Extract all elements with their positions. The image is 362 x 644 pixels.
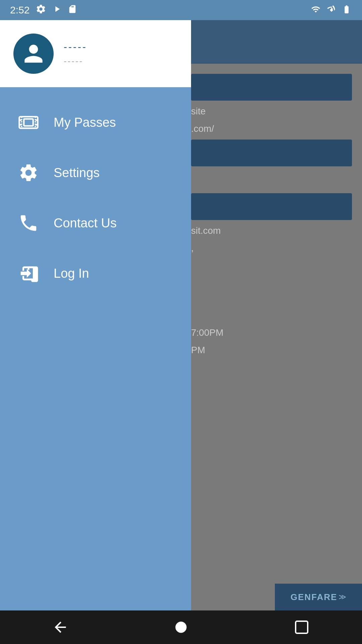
user-name: ----- (64, 41, 87, 53)
wifi-icon (310, 5, 322, 15)
status-left: 2:52 (10, 4, 77, 17)
gear-icon (17, 161, 40, 184)
bg-text-5: 7:00PM (191, 325, 362, 340)
menu-item-contact-us[interactable]: Contact Us (0, 198, 191, 248)
svg-rect-9 (296, 621, 308, 633)
user-detail: ----- (64, 56, 87, 66)
log-in-label: Log In (54, 266, 89, 281)
home-button[interactable] (164, 615, 198, 639)
genfare-logo-text: GENFARE (291, 592, 338, 602)
contact-us-label: Contact Us (54, 216, 117, 230)
bg-bar-2 (191, 140, 352, 166)
svg-rect-7 (24, 119, 33, 126)
menu-item-settings[interactable]: Settings (0, 148, 191, 198)
phone-icon (17, 211, 40, 235)
my-passes-label: My Passes (54, 115, 116, 130)
status-right (310, 5, 352, 15)
recent-button[interactable] (285, 615, 318, 639)
svg-point-8 (175, 622, 186, 633)
play-status-icon (52, 4, 62, 16)
back-button[interactable] (44, 615, 77, 639)
avatar (13, 34, 54, 74)
settings-label: Settings (54, 166, 100, 180)
bg-text-1: site (191, 104, 362, 119)
genfare-brand: GENFARE ≫ (275, 584, 362, 610)
settings-status-icon (36, 4, 46, 17)
status-time: 2:52 (10, 4, 29, 16)
bg-text-4: , (191, 241, 362, 256)
menu-item-my-passes[interactable]: My Passes (0, 97, 191, 148)
bg-text-3: sit.com (191, 223, 362, 238)
drawer-menu: My Passes Settings Contact Us (0, 87, 191, 610)
drawer-header: ----- ----- (0, 20, 191, 87)
battery-icon (341, 5, 352, 15)
bg-text-6: PM (191, 343, 362, 358)
ticket-icon (17, 111, 40, 134)
signal-icon (326, 5, 337, 15)
status-bar: 2:52 (0, 0, 362, 20)
bg-text-2: .com/ (191, 121, 362, 136)
login-icon (17, 262, 40, 285)
menu-item-log-in[interactable]: Log In (0, 248, 191, 299)
bg-bar-1 (191, 74, 352, 101)
bottom-navigation (0, 610, 362, 644)
navigation-drawer: ----- ----- My Passes (0, 20, 191, 610)
sdcard-status-icon (68, 4, 77, 16)
bg-bar-3 (191, 193, 352, 220)
user-info: ----- ----- (64, 41, 87, 66)
